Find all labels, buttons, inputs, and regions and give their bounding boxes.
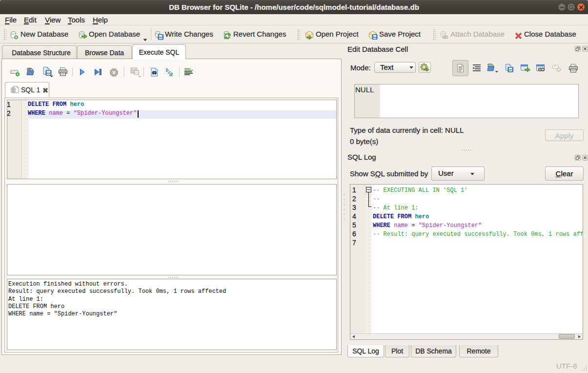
- svg-text:b: b: [166, 67, 169, 73]
